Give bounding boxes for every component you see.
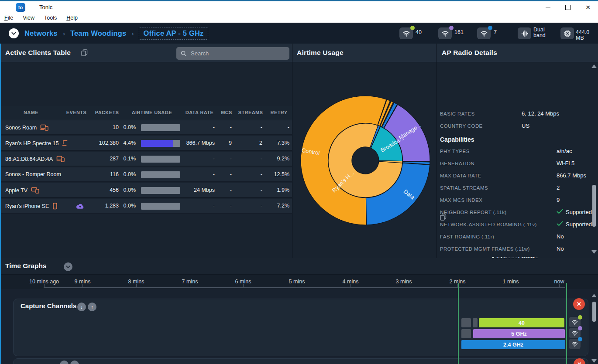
breadcrumb-item-1[interactable]: Networks	[24, 29, 58, 37]
collapse-breadcrumb-button[interactable]	[9, 28, 19, 38]
radio-scrollbar-thumb[interactable]	[592, 185, 596, 227]
cell-packets: 456	[110, 187, 119, 193]
check-icon	[557, 221, 563, 226]
column-header-streams[interactable]: STREAMS	[238, 110, 263, 115]
minimize-button[interactable]	[538, 1, 558, 13]
minimize-icon	[546, 7, 550, 7]
menu-item-view[interactable]: View	[23, 15, 34, 21]
detail-value-text: 6, 12, 24 Mbps	[522, 110, 559, 117]
column-header-name[interactable]: NAME	[24, 110, 38, 115]
search-input[interactable]	[190, 50, 279, 57]
cell-airtime_pct: 0.0%	[124, 124, 136, 130]
cell-airtime_pct: 4.4%	[124, 140, 136, 146]
detail-label: COUNTRY CODE	[440, 123, 483, 129]
detail-value-text: 2	[557, 184, 560, 191]
wifi-icon	[571, 319, 578, 325]
column-header-data-rate[interactable]: DATA RATE	[186, 110, 213, 115]
airtime-usage-bar	[141, 187, 180, 194]
table-row[interactable]: Ryan's iPhone SE1,2830.0%---7.2%	[0, 199, 292, 214]
detail-value: 6, 12, 24 Mbps	[522, 110, 559, 117]
next-card-move-down-button[interactable]: ↓	[60, 361, 69, 364]
menu-item-help[interactable]: Help	[66, 15, 78, 21]
radio-scrollbar-up[interactable]	[591, 65, 597, 68]
breadcrumb-item-3[interactable]: Office AP - 5 GHz	[139, 27, 208, 40]
table-row[interactable]: Apple TV4560.0%24 Mbps--1.9%	[0, 183, 292, 198]
detail-value-text: No	[557, 245, 564, 252]
detail-value-text: a/n/ac	[557, 148, 572, 154]
cell-airtime_pct: 0.0%	[124, 203, 136, 209]
status-value: 40	[416, 30, 422, 35]
device-icon-wrap	[40, 124, 48, 131]
bottom-scrollbar-thumb[interactable]	[592, 302, 596, 322]
column-header-mcs[interactable]: MCS	[221, 110, 232, 115]
timeline-tick	[511, 284, 511, 288]
table-row[interactable]: Sonos Roam100.0%----	[0, 120, 292, 135]
bottom-scrollbar-up[interactable]	[591, 294, 597, 297]
cell-streams: -	[261, 124, 262, 130]
cell-retry: 7.3%	[277, 140, 290, 146]
time-cursor-line[interactable]	[566, 283, 567, 364]
breadcrumb-item-2[interactable]: Team Woodings	[70, 29, 127, 37]
airtime-panel-title: Airtime Usage	[297, 49, 344, 57]
capture-channels-title: Capture Channels	[21, 302, 76, 310]
airtime-sunburst-chart[interactable]: ControlManage...DataBroadca...Ryan's H..…	[293, 91, 437, 231]
radio-scrollbar-down[interactable]	[591, 250, 597, 254]
detail-label: FAST ROAMING (.11r)	[440, 234, 494, 239]
cloud-upload-icon	[76, 203, 84, 209]
table-row[interactable]: Ryan's HP Spectre 15102,3804.4%866.7 Mbp…	[0, 136, 292, 151]
capture-move-up-button[interactable]: ↑	[88, 303, 96, 311]
band-wifi-button-2[interactable]	[569, 328, 581, 338]
next-card-move-up-button[interactable]: ↑	[70, 361, 79, 364]
menu-item-file[interactable]: File	[4, 15, 13, 21]
copy-table-button[interactable]	[81, 49, 88, 58]
band-wifi-button-3[interactable]	[569, 339, 581, 349]
timeline-label: 4 mins	[343, 279, 359, 285]
laptop-phone-icon	[56, 156, 65, 162]
timeline-label: 6 mins	[235, 279, 251, 285]
capture-move-down-button[interactable]: ↓	[77, 303, 86, 311]
menu-item-tools[interactable]: Tools	[44, 15, 57, 21]
client-name: 86:A1:D8:64:AD:4A	[5, 156, 65, 162]
timeline-label: 9 mins	[75, 279, 91, 285]
close-window-button[interactable]: ✕	[578, 1, 598, 13]
search-icon	[181, 51, 186, 56]
maximize-button[interactable]	[558, 1, 578, 13]
capture-close-button[interactable]: ✕	[573, 298, 585, 310]
timeline-label: 5 mins	[289, 279, 305, 285]
cell-retry: -	[288, 124, 289, 130]
timeline-tick	[190, 284, 190, 288]
copy-ssids-button[interactable]	[440, 214, 447, 222]
time-cursor-line[interactable]	[458, 283, 459, 364]
table-row[interactable]: Sonos - Romper Room1160.0%---12.5%	[0, 167, 292, 182]
airtime-usage-bar-fill	[141, 140, 173, 147]
column-header-retry[interactable]: RETRY	[271, 110, 288, 115]
column-header-events[interactable]: EVENTS	[66, 110, 86, 115]
bottom-scrollbar-down[interactable]	[591, 359, 597, 363]
table-row[interactable]: 86:A1:D8:64:AD:4A2870.1%---9.2%	[0, 152, 292, 167]
status-chip-button-5[interactable]	[560, 27, 574, 39]
cell-mcs: 9	[229, 140, 232, 146]
band-wifi-button-1[interactable]	[569, 317, 581, 327]
close-icon: ✕	[585, 4, 591, 11]
cell-streams: -	[261, 156, 262, 162]
cell-retry: 9.2%	[277, 156, 290, 162]
status-wifi-button-2[interactable]	[438, 27, 452, 39]
status-wifi-button-1[interactable]	[399, 27, 413, 39]
detail-label: PROTECTED MGMT FRAMES (.11w)	[440, 246, 530, 252]
timeline-tick	[297, 284, 297, 288]
column-header-airtime-usage[interactable]: AIRTIME USAGE	[132, 110, 172, 115]
next-card-close-button[interactable]: ✕	[574, 358, 585, 364]
status-wifi-button-3[interactable]	[477, 27, 491, 39]
status-equalizer-button-4[interactable]	[518, 27, 531, 39]
band-badge-dot	[578, 337, 582, 341]
airtime-panel-header: Airtime Usage	[292, 44, 436, 62]
client-name: Ryan's iPhone SE	[5, 203, 58, 210]
timeline-label: now	[554, 279, 564, 285]
breadcrumb: Networks›Team Woodings›Office AP - 5 GHz	[24, 23, 208, 44]
timeline-label: 1 mins	[503, 279, 519, 285]
timeline-label: 10 mins ago	[29, 279, 59, 285]
status-value: 444.0 MB	[576, 30, 593, 41]
column-header-packets[interactable]: PACKETS	[95, 110, 119, 115]
time-graphs-collapse-button[interactable]	[64, 262, 72, 271]
timeline-axis[interactable]: 10 mins ago9 mins8 mins7 mins6 mins5 min…	[0, 275, 598, 289]
